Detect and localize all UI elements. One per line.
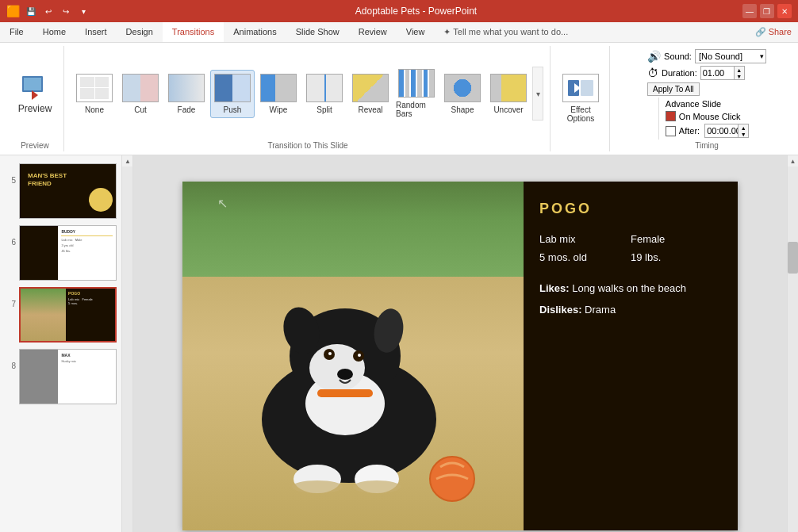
slide-num-6: 6 bbox=[5, 225, 16, 247]
close-button[interactable]: ✕ bbox=[777, 4, 792, 18]
preview-button[interactable]: Preview bbox=[13, 70, 57, 117]
ribbon-content: Preview Preview None bbox=[0, 43, 798, 155]
transition-push[interactable]: Push bbox=[210, 70, 255, 118]
right-scrollbar: ▲ ▼ bbox=[787, 155, 798, 532]
tab-review[interactable]: Review bbox=[349, 22, 397, 42]
slide-preview-8[interactable]: MAX Husky mix bbox=[19, 349, 117, 404]
likes-value: Long walks on the beach bbox=[572, 282, 686, 294]
slide-preview-5[interactable]: MAN'S BESTFRIEND bbox=[19, 163, 117, 219]
redo-icon[interactable]: ↪ bbox=[59, 5, 72, 17]
undo-icon[interactable]: ↩ bbox=[42, 5, 55, 17]
scrollbar-track[interactable] bbox=[788, 166, 798, 532]
after-down[interactable]: ▼ bbox=[739, 131, 748, 137]
after-spin-arrows[interactable]: ▲ ▼ bbox=[738, 124, 749, 138]
transition-shape-label: Shape bbox=[451, 105, 474, 114]
restore-button[interactable]: ❐ bbox=[760, 4, 774, 18]
svg-point-20 bbox=[292, 480, 343, 493]
duration-up[interactable]: ▲ bbox=[735, 67, 744, 73]
duration-spin-arrows[interactable]: ▲ ▼ bbox=[734, 66, 745, 80]
panel-scroll-up[interactable]: ▲ bbox=[122, 155, 133, 166]
transition-reveal[interactable]: Reveal bbox=[348, 71, 393, 117]
tab-animations[interactable]: Animations bbox=[224, 22, 286, 42]
slides-panel: 5 MAN'S BESTFRIEND 6 bbox=[0, 155, 133, 532]
transition-uncover[interactable]: Uncover bbox=[486, 71, 531, 117]
after-checkbox[interactable] bbox=[666, 126, 676, 136]
preview-icon bbox=[21, 73, 49, 101]
ribbon: File Home Insert Design Transitions Anim… bbox=[0, 22, 798, 155]
slide-photo bbox=[182, 182, 524, 530]
slide-preview-7[interactable]: POGO Lab mix Female 5 mos. bbox=[19, 287, 117, 343]
ribbon-group-effect: Effect Options bbox=[552, 46, 610, 151]
transition-shape[interactable]: Shape bbox=[440, 71, 485, 117]
on-mouse-click-checkbox[interactable] bbox=[666, 111, 676, 121]
tab-transitions[interactable]: Transitions bbox=[163, 21, 224, 42]
powerpoint-logo-icon: 🟧 bbox=[6, 5, 20, 17]
after-input[interactable]: 00:00.00 bbox=[704, 124, 738, 138]
title-bar: 🟧 💾 ↩ ↪ ▾ Adoptable Pets - PowerPoint — … bbox=[0, 0, 798, 22]
tab-design[interactable]: Design bbox=[117, 22, 163, 42]
transition-cut[interactable]: Cut bbox=[118, 71, 163, 117]
slides-scroll[interactable]: 5 MAN'S BESTFRIEND 6 bbox=[0, 155, 121, 412]
tab-view[interactable]: View bbox=[397, 22, 435, 42]
split-icon bbox=[306, 74, 343, 102]
svg-point-16 bbox=[337, 369, 353, 380]
transition-none[interactable]: None bbox=[72, 71, 117, 117]
tab-help[interactable]: ✦ Tell me what you want to do... bbox=[434, 22, 577, 42]
effect-options-label: Effect Options bbox=[567, 105, 594, 123]
cut-icon bbox=[122, 74, 159, 102]
effect-options-button[interactable]: Effect Options bbox=[558, 71, 603, 126]
apply-all-button[interactable]: Apply To All bbox=[647, 82, 700, 96]
share-button[interactable]: 🔗 Share bbox=[755, 27, 792, 37]
slide-thumb-8[interactable]: 8 MAX Husky mix bbox=[3, 347, 118, 406]
transition-split[interactable]: Split bbox=[302, 71, 347, 117]
slide-num-5: 5 bbox=[5, 163, 16, 185]
dislikes-value: Drama bbox=[585, 304, 616, 316]
effect-options-icon bbox=[562, 74, 599, 102]
tab-slideshow[interactable]: Slide Show bbox=[286, 22, 349, 42]
slide-num-8: 8 bbox=[5, 349, 16, 370]
sound-dropdown-icon[interactable]: ▾ bbox=[758, 52, 765, 60]
weight-value: 19 lbs. bbox=[631, 251, 722, 263]
sound-row: 🔊 Sound: [No Sound] ▾ bbox=[647, 49, 766, 63]
scroll-up-arrow[interactable]: ▲ bbox=[788, 155, 799, 166]
slides-content: 5 MAN'S BESTFRIEND 6 bbox=[0, 155, 121, 532]
fade-icon bbox=[168, 74, 205, 102]
tab-file[interactable]: File bbox=[0, 22, 33, 42]
randombars-icon bbox=[398, 69, 435, 98]
slide-preview-6[interactable]: BUDDY Lab mix Male 3 yrs old 45 lbs. bbox=[19, 225, 117, 281]
transition-randombars[interactable]: Random Bars bbox=[394, 66, 439, 121]
after-up[interactable]: ▲ bbox=[739, 124, 748, 131]
transition-none-label: None bbox=[85, 105, 104, 114]
effect-items: Effect Options bbox=[558, 48, 603, 148]
wipe-icon bbox=[260, 74, 297, 102]
transition-wipe-label: Wipe bbox=[270, 105, 288, 114]
timing-group-label: Timing bbox=[695, 140, 719, 150]
tab-insert[interactable]: Insert bbox=[75, 22, 117, 42]
main-area: 5 MAN'S BESTFRIEND 6 bbox=[0, 155, 798, 532]
transition-scroll-down[interactable]: ▾ bbox=[532, 67, 543, 121]
scrollbar-thumb bbox=[788, 242, 798, 274]
transition-fade[interactable]: Fade bbox=[164, 71, 209, 117]
title-bar-left: 🟧 💾 ↩ ↪ ▾ bbox=[6, 5, 90, 17]
transition-wipe[interactable]: Wipe bbox=[256, 71, 301, 117]
after-spinner[interactable]: 00:00.00 ▲ ▼ bbox=[704, 124, 749, 138]
sound-label: Sound: bbox=[664, 52, 692, 61]
duration-down[interactable]: ▼ bbox=[735, 73, 744, 79]
slide-canvas: ↖ POGO Lab mix Female 5 mos. old 19 lbs.… bbox=[182, 182, 738, 530]
duration-input[interactable]: 01.00 bbox=[700, 66, 734, 80]
slide-thumb-7[interactable]: 7 POGO Lab mix Female 5 mos. bbox=[3, 285, 118, 344]
duration-spinner[interactable]: 01.00 ▲ ▼ bbox=[700, 66, 745, 80]
save-icon[interactable]: 💾 bbox=[25, 5, 37, 17]
svg-point-14 bbox=[328, 352, 332, 355]
advance-slide-label: Advance Slide bbox=[666, 99, 749, 109]
svg-point-15 bbox=[358, 354, 361, 357]
dislikes-row: Dislikes: Drama bbox=[539, 304, 722, 316]
app-title: Adoptable Pets - PowerPoint bbox=[355, 6, 477, 17]
customize-icon[interactable]: ▾ bbox=[77, 5, 90, 17]
tab-home[interactable]: Home bbox=[33, 22, 75, 42]
slide-thumb-6[interactable]: 6 BUDDY Lab mix Male 3 yrs old 45 lbs. bbox=[3, 224, 118, 282]
svg-rect-19 bbox=[317, 389, 373, 397]
slide-thumb-5[interactable]: 5 MAN'S BESTFRIEND bbox=[3, 162, 118, 220]
minimize-button[interactable]: — bbox=[742, 4, 757, 18]
panel-scroll-track[interactable] bbox=[122, 166, 132, 532]
